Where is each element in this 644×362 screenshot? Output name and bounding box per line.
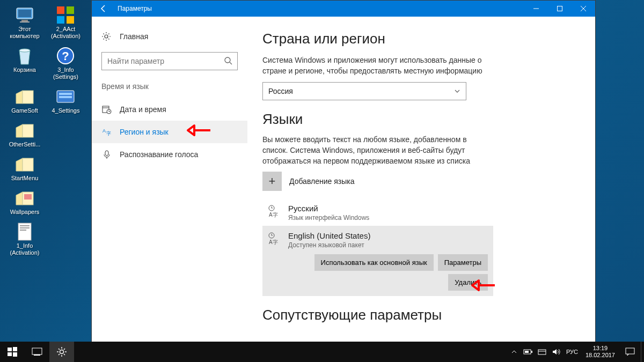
search-input[interactable] [101, 52, 238, 70]
desktop-icon-wallpapers[interactable]: Wallpapers [5, 188, 44, 216]
add-language-button[interactable]: + Добавление языка [262, 172, 579, 191]
taskbar: РУС 13:19 18.02.2017 [0, 342, 644, 362]
region-value: Россия [268, 87, 293, 95]
sidebar-item-label: Распознавание голоса [120, 150, 198, 159]
svg-rect-2 [21, 20, 28, 21]
calendar-clock-icon [101, 105, 112, 114]
sidebar-item-label: Регион и язык [120, 128, 169, 136]
desktop-icon-label: GameSoft [5, 107, 44, 114]
svg-rect-11 [23, 91, 33, 104]
svg-rect-35 [105, 151, 108, 156]
language-options-button[interactable]: Параметры [438, 254, 488, 271]
desktop-icon-label: Корзина [5, 67, 44, 73]
svg-rect-41 [13, 347, 17, 351]
window-title: Параметры [115, 5, 524, 12]
language-name: English (United States) [288, 231, 370, 240]
svg-rect-6 [57, 16, 64, 24]
language-subtitle: Доступен языковой пакет [288, 241, 370, 249]
svg-text:?: ? [62, 49, 69, 63]
remove-language-button[interactable]: Удалить [448, 274, 488, 291]
taskbar-clock[interactable]: 13:19 18.02.2017 [581, 345, 619, 359]
plus-icon: + [262, 172, 282, 191]
svg-rect-16 [23, 158, 33, 171]
svg-text:A字: A字 [269, 212, 278, 218]
svg-rect-43 [13, 352, 17, 357]
action-center-button[interactable] [619, 342, 641, 362]
sidebar-item-datetime[interactable]: Дата и время [92, 98, 247, 121]
desktop-icon-label: 2_AAct (Activation) [46, 26, 85, 40]
desktop-icon-label: 4_Settings [46, 107, 85, 114]
desktop-icon-4settings[interactable]: 4_Settings [46, 87, 85, 114]
show-desktop-button[interactable] [641, 342, 644, 362]
language-item-english[interactable]: A字 English (United States) Доступен язык… [262, 226, 493, 296]
chevron-down-icon [454, 88, 460, 94]
region-dropdown[interactable]: Россия [262, 82, 466, 100]
tray-volume-icon[interactable] [549, 342, 563, 362]
taskbar-date: 18.02.2017 [586, 352, 615, 359]
svg-text:A: A [103, 128, 106, 134]
languages-description: Вы можете вводить текст на любом языке, … [262, 134, 488, 167]
content-pane: Страна или регион Система Windows и прил… [247, 17, 595, 343]
tray-battery-icon[interactable] [521, 342, 535, 362]
svg-rect-18 [24, 194, 32, 200]
heading-related: Сопутствующие параметры [262, 307, 579, 323]
desktop-icon-recycle[interactable]: Корзина [5, 46, 44, 73]
back-button[interactable] [92, 1, 115, 17]
add-language-label: Добавление языка [289, 177, 355, 186]
desktop-icon-startmenu[interactable]: StartMenu [5, 154, 44, 182]
language-item-russian[interactable]: A字 Русский Язык интерфейса Windows [262, 200, 579, 226]
start-button[interactable] [0, 342, 25, 362]
microphone-icon [101, 150, 112, 159]
svg-point-8 [19, 49, 30, 52]
maximize-button[interactable] [548, 1, 572, 17]
language-icon: A字 [101, 127, 112, 137]
taskbar-settings-icon[interactable] [49, 342, 74, 362]
svg-rect-52 [626, 348, 634, 354]
svg-rect-14 [59, 96, 72, 98]
heading-languages: Языки [262, 111, 579, 128]
desktop-icon-label: OtherSetti... [5, 141, 44, 148]
sidebar-item-label: Дата и время [120, 105, 166, 114]
tray-network-icon[interactable] [535, 342, 549, 362]
svg-rect-49 [525, 351, 529, 353]
close-button[interactable] [572, 1, 595, 17]
titlebar: Параметры [92, 1, 595, 17]
svg-point-28 [225, 57, 230, 63]
sidebar: Главная Время и язык Дата и время A字 Рег [92, 17, 247, 343]
desktop-icon-other[interactable]: OtherSetti... [5, 121, 44, 148]
svg-rect-3 [20, 21, 30, 23]
desktop-icon-info-settings[interactable]: ? 3_Info (Settings) [46, 46, 85, 80]
taskbar-language[interactable]: РУС [563, 349, 581, 355]
svg-rect-44 [32, 348, 42, 354]
sidebar-section-title: Время и язык [92, 80, 247, 98]
desktop-icon-aact[interactable]: 2_AAct (Activation) [46, 5, 85, 40]
sidebar-item-region-language[interactable]: A字 Регион и язык [92, 121, 247, 143]
desktop-icon-label: 3_Info (Settings) [46, 67, 85, 80]
sidebar-home-label: Главная [120, 32, 148, 41]
svg-rect-5 [67, 6, 74, 14]
svg-rect-20 [20, 225, 30, 226]
desktop-icon-this-pc[interactable]: Этот компьютер [5, 5, 44, 40]
desktop-icon-gamesoft[interactable]: GameSoft [5, 87, 44, 114]
svg-rect-45 [34, 354, 40, 356]
svg-rect-50 [538, 350, 546, 354]
region-description: Система Windows и приложения могут испол… [262, 55, 488, 77]
svg-rect-15 [23, 124, 33, 137]
set-default-button[interactable]: Использовать как основной язык [314, 254, 434, 271]
svg-rect-21 [20, 227, 30, 228]
svg-rect-22 [20, 230, 26, 231]
minimize-button[interactable] [524, 1, 548, 17]
sidebar-home[interactable]: Главная [92, 26, 247, 47]
desktop-icon-1info[interactable]: 1_Info (Activation) [5, 222, 44, 256]
svg-rect-40 [8, 348, 12, 351]
settings-window: Параметры Главная Время и язык [91, 0, 596, 343]
tray-chevron-icon[interactable] [507, 342, 521, 362]
sidebar-item-speech[interactable]: Распознавание голоса [92, 143, 247, 166]
svg-point-27 [105, 35, 108, 38]
taskview-button[interactable] [25, 342, 49, 362]
svg-rect-13 [59, 93, 72, 95]
language-name: Русский [288, 204, 369, 213]
search-icon [224, 56, 232, 65]
svg-text:A字: A字 [269, 239, 278, 245]
svg-point-46 [60, 350, 64, 354]
